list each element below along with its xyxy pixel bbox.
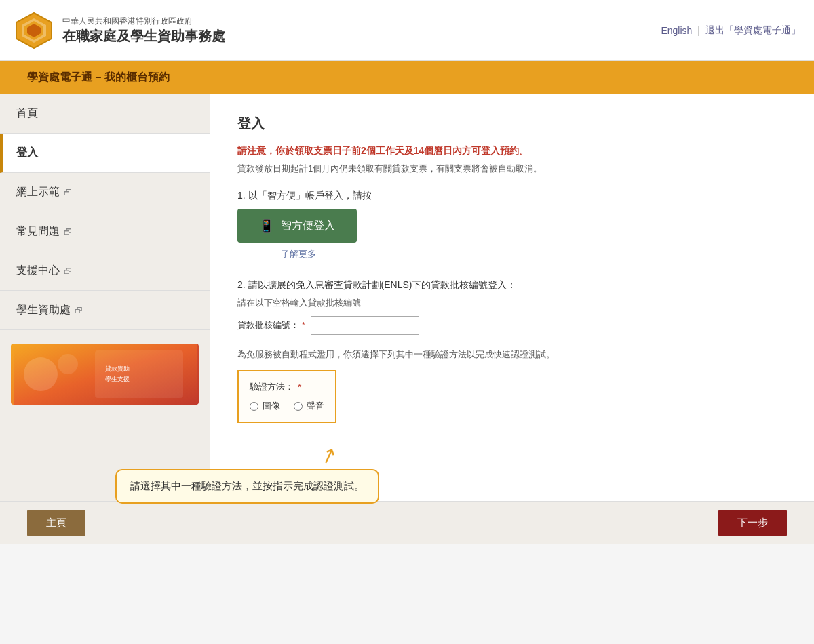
sidebar-item-support-label: 支援中心	[16, 264, 60, 278]
captcha-image-radio[interactable]	[250, 402, 258, 411]
external-icon-demo: 🗗	[64, 188, 72, 197]
antispam-notice: 為免服務被自動程式濫用，你須選擇下列其中一種驗證方法以完成快速認證測試。	[237, 348, 787, 361]
enls-section: 2. 請以擴展的免入息審查貸款計劃(ENLS)下的貸款批核編號登入： 請在以下空…	[237, 279, 787, 335]
sidebar-item-demo[interactable]: 網上示範 🗗	[0, 173, 210, 212]
banner-image: 貸款資助 學生支援	[11, 344, 199, 405]
content-area: 登入 請注意，你於領取支票日子前2個工作天及14個曆日內方可登入預約。 貸款發放…	[210, 94, 814, 501]
captcha-audio-label: 聲音	[307, 400, 324, 412]
section2-label: 2. 請以擴展的免入息審查貸款計劃(ENLS)下的貸款批核編號登入：	[237, 279, 787, 291]
header-right: English | 退出「學資處電子通」	[661, 24, 800, 37]
breadcrumb-text: 學資處電子通 – 我的櫃台預約	[27, 71, 170, 83]
sidebar-item-support[interactable]: 支援中心 🗗	[0, 251, 210, 291]
captcha-label-row: 驗證方法： *	[250, 381, 324, 393]
banner-svg: 貸款資助 學生支援	[14, 344, 197, 405]
captcha-image-label: 圖像	[263, 400, 280, 412]
captcha-audio-option[interactable]: 聲音	[294, 400, 324, 412]
sidebar-banner: 貸款資助 學生支援	[11, 344, 199, 405]
sidebar-item-faq-label: 常見問題	[16, 224, 60, 239]
loan-ref-input[interactable]	[311, 316, 419, 335]
external-icon-support: 🗗	[64, 266, 72, 276]
mobile-icon: 📱	[259, 218, 274, 233]
svg-text:貸款資助: 貸款資助	[105, 365, 130, 372]
learn-more-link[interactable]: 了解更多	[237, 248, 360, 260]
notice-gray: 貸款發放日期起計1個月內仍未領取有關貸款支票，有關支票將會被自動取消。	[237, 163, 787, 175]
external-icon-faq: 🗗	[64, 227, 72, 237]
enls-sublabel: 請在以下空格輸入貸款批核編號	[237, 297, 787, 309]
required-star: *	[302, 320, 305, 330]
bottom-bar: 主頁 下一步 ↗ 請選擇其中一種驗證方法，並按指示完成認證測試。	[0, 501, 814, 544]
main-layout: 首頁 登入 網上示範 🗗 常見問題 🗗 支援中心 🗗 學生資助處 🗗	[0, 94, 814, 501]
org-name-main: 在職家庭及學生資助事務處	[62, 27, 225, 45]
org-name-top: 中華人民共和國香港特別行政區政府	[62, 16, 225, 27]
iam-smart-button[interactable]: 📱 智方便登入	[237, 209, 357, 243]
section1-label: 1. 以「智方便」帳戶登入，請按	[237, 190, 787, 202]
logout-link[interactable]: 退出「學資處電子通」	[705, 24, 800, 37]
logo-icon	[14, 10, 54, 51]
header-left: 中華人民共和國香港特別行政區政府 在職家庭及學生資助事務處	[14, 10, 225, 51]
smart-section: 1. 以「智方便」帳戶登入，請按 📱 智方便登入 了解更多	[237, 190, 787, 260]
sidebar-item-login[interactable]: 登入	[0, 134, 210, 173]
tooltip-container: ↗ 請選擇其中一種驗證方法，並按指示完成認證測試。	[115, 469, 379, 504]
external-icon-sfa: 🗗	[75, 306, 83, 315]
home-button[interactable]: 主頁	[27, 510, 85, 536]
smart-btn-label: 智方便登入	[281, 219, 335, 233]
next-button[interactable]: 下一步	[718, 510, 787, 536]
sidebar-item-home-label: 首頁	[16, 106, 38, 121]
loan-ref-label: 貸款批核編號： *	[237, 319, 305, 331]
lang-switch-link[interactable]: English	[661, 25, 692, 36]
captcha-image-option[interactable]: 圖像	[250, 400, 280, 412]
page-title: 登入	[237, 115, 787, 133]
notice-red: 請注意，你於領取支票日子前2個工作天及14個曆日內方可登入預約。	[237, 145, 787, 157]
header-text-block: 中華人民共和國香港特別行政區政府 在職家庭及學生資助事務處	[62, 16, 225, 45]
captcha-section: 驗證方法： * 圖像 聲音	[237, 370, 336, 423]
svg-point-6	[58, 354, 78, 374]
captcha-required-star: *	[298, 382, 301, 393]
tooltip-text: 請選擇其中一種驗證方法，並按指示完成認證測試。	[130, 480, 364, 491]
sidebar-item-faq[interactable]: 常見問題 🗗	[0, 212, 210, 251]
svg-text:學生支援: 學生支援	[105, 376, 130, 382]
breadcrumb-bar: 學資處電子通 – 我的櫃台預約	[0, 61, 814, 94]
sidebar-item-sfa[interactable]: 學生資助處 🗗	[0, 291, 210, 330]
svg-rect-7	[95, 350, 183, 398]
svg-point-5	[24, 357, 58, 391]
captcha-options: 圖像 聲音	[250, 400, 324, 412]
header: 中華人民共和國香港特別行政區政府 在職家庭及學生資助事務處 English | …	[0, 0, 814, 61]
captcha-label: 驗證方法：	[250, 381, 294, 393]
sidebar-item-demo-label: 網上示範	[16, 185, 60, 199]
captcha-audio-radio[interactable]	[294, 402, 303, 411]
sidebar-item-login-label: 登入	[16, 146, 38, 160]
tooltip-box: ↗ 請選擇其中一種驗證方法，並按指示完成認證測試。	[115, 469, 379, 504]
sidebar-item-home[interactable]: 首頁	[0, 94, 210, 134]
header-divider: |	[697, 25, 700, 36]
sidebar-item-sfa-label: 學生資助處	[16, 303, 71, 317]
loan-ref-row: 貸款批核編號： *	[237, 316, 787, 335]
sidebar: 首頁 登入 網上示範 🗗 常見問題 🗗 支援中心 🗗 學生資助處 🗗	[0, 94, 210, 501]
